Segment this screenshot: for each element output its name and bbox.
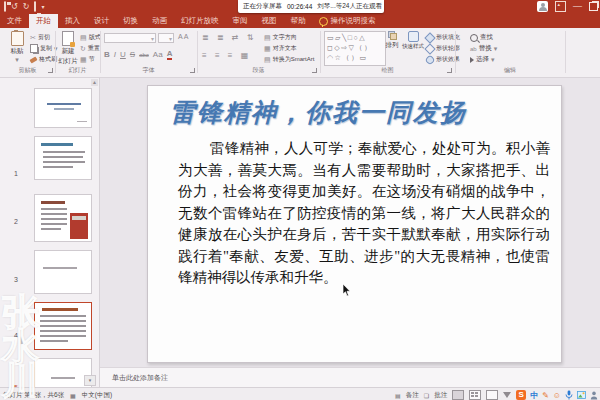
screen-share-banner[interactable]: 正在分享屏幕 00:26:44 刘琴...等24人正在观看 (238, 0, 384, 13)
slide-thumbnail-4[interactable] (34, 250, 92, 294)
slide-thumbnail-3[interactable] (34, 194, 92, 242)
shape-fill-icon (424, 32, 435, 43)
slide-thumbnail-5-selected[interactable] (34, 302, 92, 350)
replace-button[interactable]: ab 替换 ▾ (470, 44, 497, 53)
slide-thumbnail-2[interactable] (34, 136, 92, 180)
tab-view[interactable]: 视图 (255, 14, 284, 28)
format-painter-button[interactable]: 格式刷 (30, 55, 57, 64)
bold-button[interactable]: B (104, 50, 110, 60)
dialog-launcher-icon[interactable] (190, 68, 195, 73)
slide-title[interactable]: 雷锋精神，你我一同发扬 (170, 96, 550, 129)
character-case-button[interactable]: Aa (153, 50, 163, 60)
cut-button[interactable]: ✂ 剪切 (30, 33, 50, 42)
window-controls: — (537, 1, 598, 12)
start-slideshow-icon[interactable] (34, 1, 36, 13)
grow-shrink-font-icon: A A (178, 33, 189, 40)
reset-icon: ↻ (80, 46, 86, 52)
customize-qat-icon[interactable]: ▾ (41, 1, 44, 13)
paste-button[interactable]: 粘贴 ▾ (6, 31, 28, 63)
ime-image-icon[interactable] (577, 391, 586, 399)
text-direction-button[interactable]: ▤ 文字方向 (264, 33, 297, 42)
undo-icon[interactable]: ↺ (11, 1, 18, 13)
align-text-button[interactable]: ▦ 对齐文本 (264, 44, 297, 53)
underline-button[interactable]: U (120, 50, 126, 60)
font-color-button[interactable]: A (167, 50, 173, 60)
slide-editor-area: 雷锋精神，你我一同发扬 雷锋精神，人人可学；奉献爱心，处处可为。积小善为大善，善… (100, 78, 600, 367)
format-painter-icon (29, 56, 37, 63)
clear-format-button[interactable]: abc (139, 50, 149, 60)
ime-mic-icon[interactable] (565, 390, 573, 400)
tab-insert[interactable]: 插入 (58, 14, 87, 28)
thumb-number: 2 (14, 218, 18, 225)
strikethrough-button[interactable]: S (130, 50, 135, 60)
shape-outline-icon (424, 43, 435, 54)
layout-button[interactable]: ▤ 版式 (80, 33, 101, 42)
language-indicator[interactable]: 中文(中国) (82, 391, 112, 400)
save-icon[interactable] (4, 1, 6, 13)
ime-chinese-mode-icon[interactable]: 中 (530, 390, 538, 400)
slide-body-text[interactable]: 雷锋精神，人人可学；奉献爱心，处处可为。积小善为大善，善莫大焉。当有人需要帮助时… (178, 138, 550, 289)
tab-file[interactable]: 文件 (0, 14, 29, 28)
group-label-clipboard: 剪贴板 (0, 66, 55, 75)
font-grow-shrink[interactable]: A A (178, 33, 189, 40)
share-status: 正在分享屏幕 (243, 2, 282, 11)
slide-thumbnail-1[interactable] (34, 88, 92, 128)
current-slide-canvas[interactable]: 雷锋精神，你我一同发扬 雷锋精神，人人可学；奉献爱心，处处可为。积小善为大善，善… (147, 85, 562, 363)
dialog-launcher-icon[interactable] (447, 68, 452, 73)
reset-button[interactable]: ↻ 重置 (80, 44, 100, 53)
chevron-down-icon: ▾ (15, 57, 19, 63)
bullets-numbering-icons[interactable]: ≣ ≣ ⇄ ⇅ (202, 33, 256, 42)
slide-indicator: 幻灯片 第5张，共6张 (3, 391, 64, 400)
shapes-gallery[interactable]: ▭▱╲□○△ ◻◇⇨▽（） ◠☆（）▭ (324, 31, 386, 66)
copy-button[interactable]: 复制 ▾ (30, 44, 58, 53)
ribbon-display-options-icon[interactable] (555, 1, 566, 12)
notes-pane[interactable]: 单击此处添加备注 (100, 367, 600, 387)
ime-emoji-icon[interactable]: ☺ (553, 391, 561, 400)
notes-toggle[interactable]: 备注 (406, 391, 419, 400)
find-button[interactable]: 查找 (470, 33, 493, 42)
slide-sorter-view-button[interactable] (469, 390, 481, 400)
new-slide-button[interactable]: 新建 幻灯片 (58, 31, 78, 66)
alignment-icons[interactable]: ≡ ≡ ≡ ▦ (202, 51, 251, 60)
convert-smartart-button[interactable]: ▤ 转换为SmartArt (264, 55, 314, 64)
italic-button[interactable]: I (114, 50, 116, 60)
restore-icon[interactable] (589, 2, 598, 11)
tab-home[interactable]: 开始 (29, 14, 58, 28)
tab-transitions[interactable]: 切换 (116, 14, 145, 28)
normal-view-button[interactable] (452, 390, 464, 400)
dialog-launcher-icon[interactable] (48, 68, 53, 73)
ime-person-icon[interactable] (590, 391, 598, 400)
slide-thumbnail-panel: ▲ 1 2 3 4 5 (0, 78, 100, 387)
account-avatar[interactable] (537, 1, 548, 12)
shape-effects-icon (424, 54, 435, 65)
powerpoint-window: ↺ ↻ ▾ 正在分享屏幕 00:26:44 刘琴...等24人正在观看 — 文件… (0, 0, 600, 400)
comments-toggle[interactable]: 批注 (434, 391, 447, 400)
tell-me-search[interactable]: 操作说明搜索 (313, 14, 376, 28)
minimize-icon[interactable]: — (573, 1, 582, 12)
font-name-combo[interactable]: ▾ (104, 33, 156, 43)
arrange-button[interactable]: 排列 (383, 31, 401, 50)
thumb-number: 1 (14, 170, 18, 177)
slideshow-view-button[interactable] (503, 392, 511, 398)
select-button[interactable]: 选择 ▾ (470, 55, 495, 64)
notes-placeholder[interactable]: 单击此处添加备注 (112, 373, 168, 383)
group-label-editing: 编辑 (455, 66, 565, 75)
spellcheck-icon[interactable]: ▦ (70, 392, 76, 399)
notes-splitter-toggle[interactable]: ▾ (84, 375, 96, 386)
font-size-combo[interactable]: ▾ (158, 33, 174, 43)
tab-animations[interactable]: 动画 (145, 14, 174, 28)
tab-design[interactable]: 设计 (87, 14, 116, 28)
scrollbar-up-icon[interactable]: ▲ (91, 79, 98, 86)
reading-view-button[interactable] (486, 390, 498, 400)
ime-pen-icon[interactable]: ✎ (542, 391, 549, 400)
tab-review[interactable]: 审阅 (226, 14, 255, 28)
sogou-logo-icon[interactable]: S (516, 390, 526, 400)
quick-styles-button[interactable]: 快速样式 (402, 31, 424, 50)
repeat-icon[interactable]: ↻ (23, 1, 30, 13)
tab-slideshow[interactable]: 幻灯片放映 (174, 14, 226, 28)
share-viewers: 刘琴...等24人正在观看 (317, 2, 382, 11)
section-button[interactable]: ▦ 节 (80, 55, 95, 64)
dialog-launcher-icon[interactable] (312, 68, 317, 73)
quick-styles-icon (408, 31, 419, 42)
tab-help[interactable]: 帮助 (284, 14, 313, 28)
